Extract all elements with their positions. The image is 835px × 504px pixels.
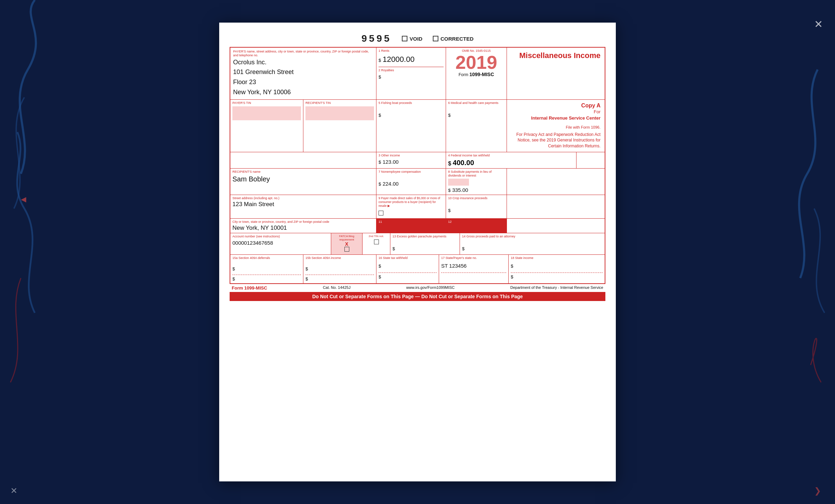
box15b-label: 15b Section 409A income xyxy=(305,256,374,260)
box10-cell: 10 Crop insurance proceeds $ xyxy=(446,195,507,218)
row-city: City or town, state or province, country… xyxy=(230,219,605,233)
box4-label: 4 Federal income tax withheld xyxy=(448,154,574,157)
box5-label: 5 Fishing boat proceeds xyxy=(379,101,444,105)
form-header: 9595 VOID CORRECTED xyxy=(230,33,605,44)
box3-cell xyxy=(230,152,376,168)
row-state: 15a Section 409A deferrals $ $ 15b Secti… xyxy=(230,255,605,283)
row-payer-top: PAYER'S name, street address, city or to… xyxy=(230,48,605,100)
footer-info: Form 1099-MISC Cat. No. 14425J www.irs.g… xyxy=(230,284,605,292)
box4-value-cell: 4 Federal income tax withheld $ 400.00 xyxy=(446,152,576,168)
box3-value: 123.00 xyxy=(383,159,399,165)
box17-cell: 17 State/Payer's state no. ST 123456 xyxy=(439,255,509,283)
void-corrected-section: VOID CORRECTED xyxy=(402,36,474,42)
box9-checkbox[interactable] xyxy=(379,211,383,216)
footer-url: www.irs.gov/Form1099MISC xyxy=(406,285,454,291)
row-recipient: RECIPIENT'S name Sam Bobley 7 Nonemploye… xyxy=(230,169,605,195)
fatca-cell: FATCA filing requirement X xyxy=(331,233,363,254)
footer-cat: Cat. No. 14425J xyxy=(323,285,351,291)
box1-cell: 1 Rents $ 12000.00 2 Royalties $ xyxy=(376,48,446,99)
box16-label: 16 State tax withheld xyxy=(379,256,437,260)
box12-label: 12 xyxy=(448,220,504,224)
box6-label: 6 Medical and health care payments xyxy=(448,101,504,105)
recipient-name-label: RECIPIENT'S name xyxy=(232,170,374,174)
box8-value: 335.00 xyxy=(452,187,468,193)
fatca-x: X xyxy=(333,241,361,247)
box15a-label: 15a Section 409A deferrals xyxy=(232,256,301,260)
street-cell: Street address (including apt. no.) 123 … xyxy=(230,195,376,218)
misc-income-cell: Miscellaneous Income xyxy=(507,48,605,99)
street-value: 123 Main Street xyxy=(232,201,374,208)
void-item: VOID xyxy=(402,36,422,42)
box1-label: 1 Rents xyxy=(379,49,444,53)
tin-not-cell: 2nd TIN not. xyxy=(363,233,390,254)
payer-tin-cell: PAYER'S TIN xyxy=(230,100,303,152)
footer-form: Form 1099-MISC xyxy=(232,285,267,291)
account-label: Account number (see instructions) xyxy=(232,235,329,238)
city-label: City or town, state or province, country… xyxy=(232,220,374,224)
box17-label: 17 State/Payer's state no. xyxy=(441,256,506,260)
recipient-name: Sam Bobley xyxy=(232,175,374,183)
copy-a-cell: Copy A For Internal Revenue Service Cent… xyxy=(507,100,605,152)
omb-year-cell: OMB No. 1545-0115 2019 Form 1099-MISC xyxy=(446,48,507,99)
misc-income-title: Miscellaneous Income xyxy=(511,51,601,60)
recipient-name-cell: RECIPIENT'S name Sam Bobley xyxy=(230,169,376,195)
box9-label: 9 Payer made direct sales of $5,000 or m… xyxy=(379,196,444,208)
fatca-label: FATCA filing requirement xyxy=(333,235,361,241)
copy-filler2 xyxy=(507,195,605,218)
void-checkbox[interactable] xyxy=(402,36,407,41)
box1-value: 12000.00 xyxy=(383,55,415,64)
payer-tin-value[interactable] xyxy=(232,106,301,120)
tin-not-checkbox[interactable] xyxy=(374,239,379,244)
recipient-tin-value[interactable] xyxy=(305,106,374,120)
year-display: 2019 xyxy=(448,53,504,72)
do-not-cut-bar: Do Not Cut or Separate Forms on This Pag… xyxy=(230,292,605,301)
recipient-tin-cell: RECIPIENT'S TIN xyxy=(303,100,376,152)
box14-label: 14 Gross proceeds paid to an attorney xyxy=(462,235,603,238)
box18-cell: 18 State income $ $ xyxy=(509,255,605,283)
box15b-cell: 15b Section 409A income $ $ xyxy=(303,255,376,283)
box3-value-cell: 3 Other income $ 123.00 xyxy=(376,152,446,168)
box6-cell: 6 Medical and health care payments $ xyxy=(446,100,507,152)
box9-cell: 9 Payer made direct sales of $5,000 or m… xyxy=(376,195,446,218)
row-street: Street address (including apt. no.) 123 … xyxy=(230,195,605,219)
row-tin: PAYER'S TIN RECIPIENT'S TIN 5 Fishing bo… xyxy=(230,100,605,152)
box8-highlight xyxy=(448,179,469,186)
corrected-item: CORRECTED xyxy=(433,36,474,42)
city-value: New York, NY 10001 xyxy=(232,225,374,231)
box13-label: 13 Excess golden parachute payments xyxy=(392,235,458,238)
form-body: PAYER'S name, street address, city or to… xyxy=(230,47,605,284)
corrected-checkbox[interactable] xyxy=(433,36,438,41)
box14-cell: 14 Gross proceeds paid to an attorney $ xyxy=(460,233,605,254)
box11-label: 11 xyxy=(379,220,444,224)
box2-label: 2 Royalties xyxy=(379,68,444,72)
box17-value: ST 123456 xyxy=(441,263,467,269)
box13-cell: 13 Excess golden parachute payments $ xyxy=(390,233,460,254)
box18-label: 18 State income xyxy=(511,256,603,260)
street-label: Street address (including apt. no.) xyxy=(232,196,374,200)
form-number: 9595 xyxy=(361,33,391,44)
svg-text:✕: ✕ xyxy=(10,486,17,495)
box10-label: 10 Crop insurance proceeds xyxy=(448,196,504,200)
city-cell: City or town, state or province, country… xyxy=(230,219,376,233)
box8-cell: 8 Substitute payments in lieu of dividen… xyxy=(446,169,507,195)
fatca-checkbox[interactable] xyxy=(344,247,349,252)
box8-label: 8 Substitute payments in lieu of dividen… xyxy=(448,170,504,178)
copy-filler3 xyxy=(507,219,605,233)
void-label: VOID xyxy=(409,36,422,42)
payer-label: PAYER'S name, street address, city or to… xyxy=(233,50,373,57)
box3-label: 3 Other income xyxy=(379,154,444,157)
account-cell: Account number (see instructions) 000001… xyxy=(230,233,331,254)
box16-cell: 16 State tax withheld $ $ xyxy=(376,255,439,283)
file-with: File with Form 1096. xyxy=(511,125,601,130)
box11-cell: 11 xyxy=(376,219,446,233)
privacy-notice: For Privacy Act and Paperwork Reduction … xyxy=(511,132,601,149)
svg-text:✕: ✕ xyxy=(814,18,823,30)
recipient-tin-label: RECIPIENT'S TIN xyxy=(305,101,374,105)
payer-info-cell: PAYER'S name, street address, city or to… xyxy=(230,48,376,99)
payer-tin-label: PAYER'S TIN xyxy=(232,101,301,105)
account-value: 00000123467658 xyxy=(232,240,329,246)
box15a-cell: 15a Section 409A deferrals $ $ xyxy=(230,255,303,283)
corrected-label: CORRECTED xyxy=(440,36,474,42)
payer-name: Ocrolus Inc. 101 Greenwich Street Floor … xyxy=(233,57,373,97)
copy-a-label: Copy A xyxy=(511,103,601,109)
